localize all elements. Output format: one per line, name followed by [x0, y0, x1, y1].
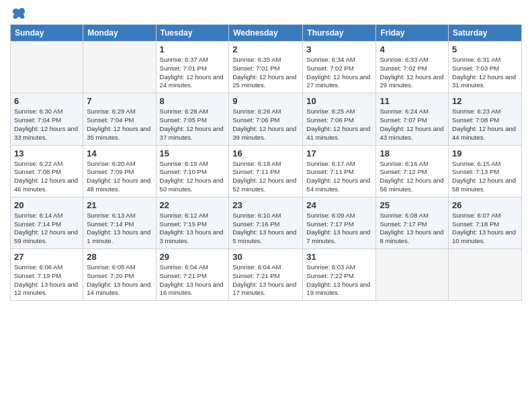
calendar-cell: 19Sunrise: 6:15 AM Sunset: 7:13 PM Dayli… [449, 145, 522, 197]
calendar-cell: 16Sunrise: 6:18 AM Sunset: 7:11 PM Dayli… [229, 145, 303, 197]
calendar-cell: 12Sunrise: 6:23 AM Sunset: 7:08 PM Dayli… [449, 93, 522, 145]
day-number: 13 [14, 148, 79, 158]
calendar-cell: 21Sunrise: 6:13 AM Sunset: 7:14 PM Dayli… [83, 197, 156, 248]
calendar-week-row: 6Sunrise: 6:30 AM Sunset: 7:04 PM Daylig… [11, 93, 522, 145]
day-number: 14 [87, 148, 152, 158]
day-info: Sunrise: 6:20 AM Sunset: 7:09 PM Dayligh… [87, 160, 152, 194]
calendar-cell: 20Sunrise: 6:14 AM Sunset: 7:14 PM Dayli… [11, 197, 83, 248]
day-of-week-header: Sunday [11, 25, 83, 42]
calendar-week-row: 27Sunrise: 6:06 AM Sunset: 7:19 PM Dayli… [11, 249, 522, 301]
day-info: Sunrise: 6:26 AM Sunset: 7:06 PM Dayligh… [232, 107, 299, 142]
day-number: 20 [14, 200, 79, 210]
calendar-cell: 15Sunrise: 6:19 AM Sunset: 7:10 PM Dayli… [156, 145, 229, 197]
calendar-week-row: 1Sunrise: 6:37 AM Sunset: 7:01 PM Daylig… [11, 42, 522, 93]
day-info: Sunrise: 6:24 AM Sunset: 7:07 PM Dayligh… [380, 107, 445, 142]
day-number: 3 [306, 44, 372, 54]
calendar-week-row: 13Sunrise: 6:22 AM Sunset: 7:08 PM Dayli… [11, 145, 522, 197]
calendar-cell: 1Sunrise: 6:37 AM Sunset: 7:01 PM Daylig… [156, 42, 229, 93]
day-of-week-header: Friday [376, 25, 449, 42]
day-of-week-header: Tuesday [156, 25, 229, 42]
day-info: Sunrise: 6:14 AM Sunset: 7:14 PM Dayligh… [14, 212, 79, 246]
calendar-cell: 18Sunrise: 6:16 AM Sunset: 7:12 PM Dayli… [376, 145, 449, 197]
day-info: Sunrise: 6:16 AM Sunset: 7:12 PM Dayligh… [380, 160, 445, 194]
day-info: Sunrise: 6:04 AM Sunset: 7:21 PM Dayligh… [160, 263, 226, 298]
day-info: Sunrise: 6:09 AM Sunset: 7:17 PM Dayligh… [306, 212, 372, 246]
day-number: 28 [87, 252, 152, 262]
calendar-cell: 8Sunrise: 6:28 AM Sunset: 7:05 PM Daylig… [156, 93, 229, 145]
day-number: 27 [14, 252, 79, 262]
day-number: 1 [160, 44, 226, 54]
calendar-cell: 31Sunrise: 6:03 AM Sunset: 7:22 PM Dayli… [303, 249, 376, 301]
day-of-week-header: Monday [83, 25, 156, 42]
day-info: Sunrise: 6:31 AM Sunset: 7:03 PM Dayligh… [452, 56, 518, 90]
calendar-cell: 29Sunrise: 6:04 AM Sunset: 7:21 PM Dayli… [156, 249, 229, 301]
header [10, 7, 522, 20]
day-info: Sunrise: 6:07 AM Sunset: 7:18 PM Dayligh… [452, 212, 518, 246]
day-info: Sunrise: 6:10 AM Sunset: 7:16 PM Dayligh… [232, 212, 299, 246]
day-info: Sunrise: 6:37 AM Sunset: 7:01 PM Dayligh… [160, 56, 226, 90]
day-info: Sunrise: 6:17 AM Sunset: 7:11 PM Dayligh… [306, 160, 372, 194]
calendar-cell [11, 42, 83, 93]
calendar-cell: 14Sunrise: 6:20 AM Sunset: 7:09 PM Dayli… [83, 145, 156, 197]
day-info: Sunrise: 6:13 AM Sunset: 7:14 PM Dayligh… [87, 212, 152, 246]
day-number: 5 [452, 44, 518, 54]
day-number: 10 [306, 96, 372, 106]
day-of-week-header: Wednesday [229, 25, 303, 42]
day-number: 31 [306, 252, 372, 262]
day-info: Sunrise: 6:23 AM Sunset: 7:08 PM Dayligh… [452, 107, 518, 142]
day-info: Sunrise: 6:12 AM Sunset: 7:15 PM Dayligh… [160, 212, 226, 246]
day-number: 24 [306, 200, 372, 210]
day-info: Sunrise: 6:22 AM Sunset: 7:08 PM Dayligh… [14, 160, 79, 194]
day-info: Sunrise: 6:33 AM Sunset: 7:02 PM Dayligh… [380, 56, 445, 90]
day-number: 23 [232, 200, 299, 210]
calendar-table: SundayMondayTuesdayWednesdayThursdayFrid… [10, 24, 522, 301]
day-of-week-header: Saturday [449, 25, 522, 42]
day-info: Sunrise: 6:04 AM Sunset: 7:21 PM Dayligh… [232, 263, 299, 298]
day-info: Sunrise: 6:19 AM Sunset: 7:10 PM Dayligh… [160, 160, 226, 194]
calendar-cell [83, 42, 156, 93]
day-number: 9 [232, 96, 299, 106]
day-number: 16 [232, 148, 299, 158]
calendar-cell [376, 249, 449, 301]
calendar-header: SundayMondayTuesdayWednesdayThursdayFrid… [11, 25, 522, 42]
calendar-cell: 10Sunrise: 6:25 AM Sunset: 7:06 PM Dayli… [303, 93, 376, 145]
day-info: Sunrise: 6:35 AM Sunset: 7:01 PM Dayligh… [232, 56, 299, 90]
day-number: 12 [452, 96, 518, 106]
day-info: Sunrise: 6:08 AM Sunset: 7:17 PM Dayligh… [380, 212, 445, 246]
day-number: 15 [160, 148, 226, 158]
logo [10, 7, 26, 20]
logo-bird-icon [11, 7, 26, 20]
calendar-cell [449, 249, 522, 301]
day-info: Sunrise: 6:29 AM Sunset: 7:04 PM Dayligh… [87, 107, 152, 142]
day-info: Sunrise: 6:34 AM Sunset: 7:02 PM Dayligh… [306, 56, 372, 90]
day-number: 6 [14, 96, 79, 106]
day-info: Sunrise: 6:28 AM Sunset: 7:05 PM Dayligh… [160, 107, 226, 142]
days-of-week-row: SundayMondayTuesdayWednesdayThursdayFrid… [11, 25, 522, 42]
calendar-cell: 17Sunrise: 6:17 AM Sunset: 7:11 PM Dayli… [303, 145, 376, 197]
calendar-body: 1Sunrise: 6:37 AM Sunset: 7:01 PM Daylig… [11, 42, 522, 301]
calendar-cell: 11Sunrise: 6:24 AM Sunset: 7:07 PM Dayli… [376, 93, 449, 145]
calendar-cell: 4Sunrise: 6:33 AM Sunset: 7:02 PM Daylig… [376, 42, 449, 93]
day-number: 22 [160, 200, 226, 210]
day-number: 21 [87, 200, 152, 210]
day-number: 26 [452, 200, 518, 210]
calendar-cell: 5Sunrise: 6:31 AM Sunset: 7:03 PM Daylig… [449, 42, 522, 93]
day-info: Sunrise: 6:15 AM Sunset: 7:13 PM Dayligh… [452, 160, 518, 194]
day-of-week-header: Thursday [303, 25, 376, 42]
calendar-cell: 13Sunrise: 6:22 AM Sunset: 7:08 PM Dayli… [11, 145, 83, 197]
calendar-cell: 3Sunrise: 6:34 AM Sunset: 7:02 PM Daylig… [303, 42, 376, 93]
day-info: Sunrise: 6:05 AM Sunset: 7:20 PM Dayligh… [87, 263, 152, 298]
day-info: Sunrise: 6:25 AM Sunset: 7:06 PM Dayligh… [306, 107, 372, 142]
calendar-cell: 28Sunrise: 6:05 AM Sunset: 7:20 PM Dayli… [83, 249, 156, 301]
calendar-cell: 7Sunrise: 6:29 AM Sunset: 7:04 PM Daylig… [83, 93, 156, 145]
logo-text [10, 7, 26, 20]
calendar-cell: 2Sunrise: 6:35 AM Sunset: 7:01 PM Daylig… [229, 42, 303, 93]
calendar-cell: 9Sunrise: 6:26 AM Sunset: 7:06 PM Daylig… [229, 93, 303, 145]
day-number: 8 [160, 96, 226, 106]
day-number: 7 [87, 96, 152, 106]
calendar-week-row: 20Sunrise: 6:14 AM Sunset: 7:14 PM Dayli… [11, 197, 522, 248]
page: SundayMondayTuesdayWednesdayThursdayFrid… [0, 0, 532, 411]
calendar-cell: 27Sunrise: 6:06 AM Sunset: 7:19 PM Dayli… [11, 249, 83, 301]
calendar-cell: 25Sunrise: 6:08 AM Sunset: 7:17 PM Dayli… [376, 197, 449, 248]
day-number: 2 [232, 44, 299, 54]
